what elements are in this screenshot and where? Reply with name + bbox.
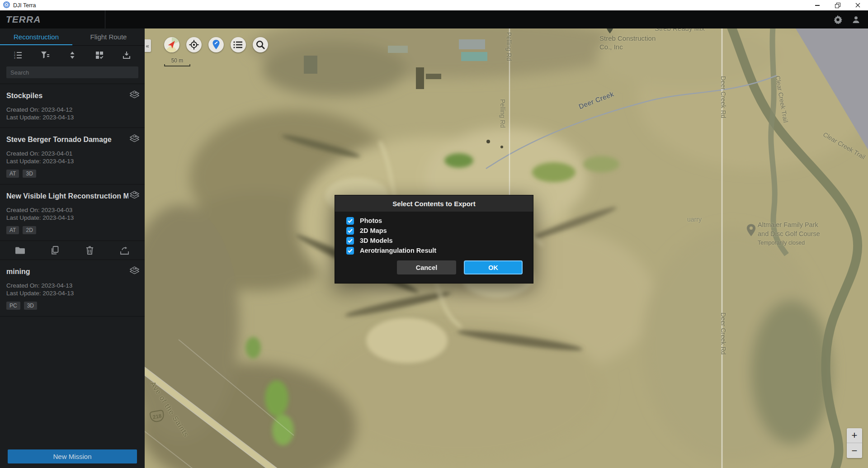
model-layers-icon[interactable] <box>130 266 139 275</box>
minimize-icon <box>815 5 820 6</box>
settings-button[interactable] <box>832 14 844 25</box>
svg-text:3: 3 <box>14 57 15 59</box>
mission-title: Steve Berger Tornado Damage <box>6 136 128 144</box>
dji-terra-window: DJI Terra TERRA Reconstruction Flight R <box>0 0 868 468</box>
mission-item-new-visible-light[interactable]: New Visible Light Reconstruction Mis... … <box>0 184 145 241</box>
mission-action-row <box>0 241 145 260</box>
sort-icon[interactable] <box>66 48 79 62</box>
scale-bar <box>164 64 190 66</box>
mission-created: Created On: 2023-04-03 <box>6 206 138 214</box>
mission-title: Stockpiles <box>6 92 128 100</box>
pin-button[interactable] <box>208 37 224 52</box>
badge-2d: 2D <box>23 226 36 234</box>
restore-icon <box>835 3 840 8</box>
mission-list: Stockpiles Created On: 2023-04-12 Last U… <box>0 84 145 317</box>
map-pin-icon <box>212 40 220 50</box>
badge-at: AT <box>6 226 19 234</box>
map-search-button[interactable] <box>253 37 268 52</box>
altmaier-pin-icon <box>746 224 756 237</box>
zoom-out-button[interactable]: − <box>847 443 862 458</box>
close-button[interactable] <box>848 0 868 10</box>
grid-select-icon[interactable] <box>93 48 106 62</box>
option-label: Aerotriangulation Result <box>360 247 436 254</box>
option-3d-models[interactable]: 3D Models <box>346 236 533 246</box>
search-icon <box>255 40 265 50</box>
zoom-control: + − <box>847 428 862 458</box>
option-2d-maps[interactable]: 2D Maps <box>346 226 533 236</box>
map-label-streb-ready-mix: Streb Ready Mix <box>655 28 705 32</box>
mission-title: New Visible Light Reconstruction Mis... <box>6 192 128 200</box>
compass-follow-button[interactable] <box>164 37 179 52</box>
map-label-pelling-rd: Pelling Rd <box>505 32 513 61</box>
cancel-button[interactable]: Cancel <box>397 260 456 274</box>
mission-item-mining[interactable]: mining Created On: 2023-04-13 Last Updat… <box>0 260 145 317</box>
mission-updated: Last Update: 2023-04-13 <box>6 214 138 222</box>
minimize-button[interactable] <box>807 0 827 10</box>
layer-list-button[interactable] <box>231 37 246 52</box>
map-label-pelling-rd-2: Pelling Rd <box>499 99 506 128</box>
gear-icon <box>834 15 842 24</box>
locate-icon <box>189 40 199 50</box>
terra-logo: TERRA <box>6 14 41 25</box>
ok-button[interactable]: OK <box>464 260 523 274</box>
locate-button[interactable] <box>186 37 202 52</box>
option-label: Photos <box>360 217 382 224</box>
option-aerotriangulation[interactable]: Aerotriangulation Result <box>346 246 533 255</box>
layer-list-icon <box>233 40 243 49</box>
option-photos[interactable]: Photos <box>346 216 533 226</box>
mission-created: Created On: 2023-04-12 <box>6 106 138 113</box>
checkbox-checked-icon[interactable] <box>346 247 354 255</box>
option-label: 2D Maps <box>360 227 387 234</box>
search-input[interactable] <box>6 66 138 78</box>
map-label-status: Temporarily closed <box>758 238 820 247</box>
zoom-in-button[interactable]: + <box>847 428 862 443</box>
sidebar-collapse-button[interactable]: « <box>145 39 151 52</box>
scale-label: 50 m <box>163 57 192 64</box>
window-titlebar: DJI Terra <box>0 0 868 10</box>
map-label-deer-creek-rd: Deer Creek Rd <box>720 76 727 118</box>
checkbox-checked-icon[interactable] <box>346 227 354 235</box>
map-label-line: and Disc Golf Course <box>758 229 820 238</box>
mission-updated: Last Update: 2023-04-13 <box>6 157 138 165</box>
map-label-streb-construction: Streb Construction Co., Inc <box>599 34 656 51</box>
sidebar-toolbar: 123 <box>0 46 145 65</box>
mission-item-stockpiles[interactable]: Stockpiles Created On: 2023-04-12 Last U… <box>0 84 145 128</box>
terra-logo-block: TERRA <box>0 10 105 28</box>
sidebar-tabs: Reconstruction Flight Route <box>0 28 145 46</box>
numbered-list-icon[interactable]: 123 <box>11 48 25 62</box>
streb-pin-icon <box>606 28 614 34</box>
model-layers-icon[interactable] <box>130 191 139 200</box>
map-label-line: Streb Construction <box>599 34 656 43</box>
window-title: DJI Terra <box>13 2 36 9</box>
new-mission-button[interactable]: New Mission <box>8 449 137 463</box>
map-label-deer-creek-rd-2: Deer Creek Rd <box>720 312 727 355</box>
checkbox-checked-icon[interactable] <box>346 217 354 225</box>
badge-3d: 3D <box>24 302 37 310</box>
close-icon <box>855 3 860 8</box>
mission-created: Created On: 2023-04-13 <box>6 282 138 289</box>
map-label-quarry-partial: uarry <box>687 216 702 223</box>
search-container <box>0 65 145 84</box>
export-share-icon[interactable] <box>117 244 132 257</box>
tab-flight-route[interactable]: Flight Route <box>72 28 145 45</box>
filter-icon[interactable] <box>38 48 52 62</box>
restore-button[interactable] <box>827 0 848 10</box>
app-logo-icon <box>3 1 10 9</box>
model-layers-icon[interactable] <box>130 134 139 143</box>
badge-at: AT <box>6 170 19 178</box>
mission-title: mining <box>6 268 128 276</box>
badge-pc: PC <box>6 302 20 310</box>
export-dialog: Select Contents to Export Photos 2D Maps… <box>335 195 533 284</box>
import-export-icon[interactable] <box>120 48 133 62</box>
tab-reconstruction[interactable]: Reconstruction <box>0 28 72 45</box>
delete-icon[interactable] <box>82 244 98 257</box>
model-layers-icon[interactable] <box>130 90 139 99</box>
open-folder-icon[interactable] <box>13 244 28 257</box>
account-button[interactable] <box>850 14 862 25</box>
mission-item-steve-berger[interactable]: Steve Berger Tornado Damage Created On: … <box>0 128 145 184</box>
map-label-line: Altmaier Family Park <box>758 220 820 229</box>
copy-icon[interactable] <box>47 244 63 257</box>
map-label-line: Co., Inc <box>599 43 656 51</box>
checkbox-checked-icon[interactable] <box>346 237 354 245</box>
badge-3d: 3D <box>23 170 36 178</box>
